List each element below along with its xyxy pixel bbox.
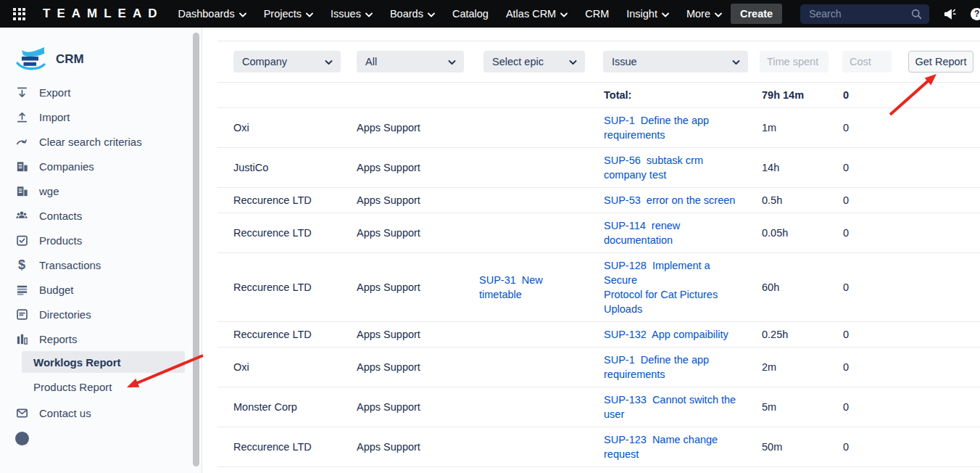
- nav-item-catalog[interactable]: Catalog: [444, 0, 497, 28]
- issue-link[interactable]: SUP-123 Name change request: [604, 434, 718, 460]
- worklog-row: Reccurence LTDApps SupportSUP-114 renew …: [217, 213, 980, 253]
- nav-item-issues[interactable]: Issues: [322, 0, 381, 28]
- project-cell: Apps Support: [341, 188, 463, 213]
- cost-cell: 0: [827, 347, 980, 387]
- reports-icon: [14, 332, 29, 346]
- epic-cell: [463, 347, 588, 387]
- worklog-row: OxiApps SupportSUP-1 Define the app requ…: [217, 108, 980, 148]
- sidebar-sections-list: CompanieswgeContactsProducts$Transaction…: [14, 154, 202, 351]
- directory-icon: [14, 308, 29, 321]
- sidebar-item-import[interactable]: Import: [14, 104, 202, 129]
- products-icon: [14, 234, 29, 247]
- project-filter-select[interactable]: All: [357, 51, 464, 73]
- search-box[interactable]: [800, 4, 929, 24]
- time-spent-cell: 2m: [746, 347, 827, 387]
- nav-item-more[interactable]: More: [678, 0, 731, 28]
- company-cell: Reccurence LTD: [217, 467, 341, 473]
- cost-cell: 0: [827, 322, 980, 347]
- announcement-icon[interactable]: [943, 7, 957, 21]
- epic-link[interactable]: SUP-31 New timetable: [479, 274, 546, 300]
- search-input[interactable]: [807, 7, 910, 20]
- epic-filter-select[interactable]: Select epic: [483, 51, 585, 73]
- cost-input[interactable]: [842, 51, 892, 73]
- issue-cell: SUP-132 App compaibility: [588, 467, 746, 473]
- sidebar-item-companies[interactable]: Companies: [14, 154, 202, 178]
- sidebar-item-label: Directories: [39, 308, 91, 321]
- sidebar-item-contacts[interactable]: Contacts: [14, 203, 202, 228]
- chevron-down-icon: [560, 12, 568, 17]
- project-cell: Apps Support: [341, 322, 463, 347]
- issue-link[interactable]: SUP-132 App compaibility: [604, 329, 728, 340]
- time-spent-cell: 0.25h: [746, 322, 827, 347]
- nav-item-crm[interactable]: CRM: [576, 0, 618, 28]
- worklogs-report-menu-item[interactable]: Worklogs Report: [22, 351, 185, 373]
- import-icon: [14, 110, 29, 124]
- nav-item-label: Projects: [264, 8, 302, 20]
- cost-cell: 0: [827, 253, 980, 322]
- sidebar-item-label: Budget: [39, 284, 74, 296]
- issue-link[interactable]: SUP-128 Implement a Secure Protocol for …: [604, 260, 718, 315]
- issue-link[interactable]: SUP-1 Define the app requirements: [604, 354, 709, 380]
- chevron-down-icon: [732, 59, 740, 65]
- get-report-button[interactable]: Get Report: [908, 51, 973, 73]
- sidebar-item-label: wge: [39, 185, 59, 197]
- brand-logo[interactable]: TEAMLEAD: [43, 7, 163, 21]
- chevron-down-icon: [662, 12, 669, 17]
- nav-item-label: Catalog: [452, 8, 489, 20]
- time-spent-input[interactable]: [760, 51, 829, 73]
- chevron-down-icon: [448, 59, 456, 65]
- sidebar-item-label: Contacts: [39, 210, 82, 222]
- sidebar-item-label: Reports: [39, 333, 78, 345]
- chevron-down-icon: [569, 59, 577, 65]
- issue-link[interactable]: SUP-114 renew documentation: [604, 220, 680, 246]
- epic-cell: [463, 427, 588, 467]
- app-switcher-grid-icon[interactable]: [13, 8, 25, 20]
- sidebar-item-directories[interactable]: Directories: [14, 302, 202, 326]
- issue-link[interactable]: SUP-1 Define the app requirements: [604, 115, 709, 141]
- sidebar-item-transactions[interactable]: $Transactions: [14, 252, 202, 277]
- nav-item-label: Dashboards: [178, 8, 234, 20]
- nav-item-label: CRM: [585, 8, 609, 20]
- issue-cell: SUP-128 Implement a Secure Protocol for …: [588, 253, 746, 322]
- time-spent-cell: 5m: [746, 387, 827, 427]
- sidebar-item-clear-search-criterias[interactable]: Clear search criterias: [14, 129, 202, 154]
- worklog-row: OxiApps SupportSUP-1 Define the app requ…: [217, 347, 980, 387]
- sidebar-item-label: Transactions: [39, 259, 101, 271]
- cut-off-menu-icon: [15, 432, 29, 445]
- chevron-down-icon: [306, 12, 313, 17]
- nav-item-atlas-crm[interactable]: Atlas CRM: [497, 0, 576, 28]
- sidebar-item-export[interactable]: Export: [14, 80, 202, 104]
- sidebar-item-budget[interactable]: Budget: [14, 277, 202, 302]
- epic-cell: [463, 213, 588, 253]
- nav-item-boards[interactable]: Boards: [381, 0, 444, 28]
- company-filter-select[interactable]: Company: [233, 51, 341, 73]
- create-button[interactable]: Create: [731, 4, 782, 24]
- sidebar-item-reports[interactable]: Reports: [14, 326, 202, 351]
- issue-link[interactable]: SUP-56 subtask crm company test: [604, 155, 703, 181]
- issue-link[interactable]: SUP-53 error on the screen: [604, 194, 735, 206]
- epic-cell: [463, 108, 588, 148]
- chevron-down-icon: [365, 12, 373, 17]
- nav-item-insight[interactable]: Insight: [618, 0, 678, 28]
- sidebar-item-label: Products: [39, 234, 82, 247]
- sidebar-item-wge[interactable]: wge: [14, 178, 202, 203]
- worklogs-report-table: Total: 79h 14m 0 OxiApps SupportSUP-1 De…: [217, 82, 980, 473]
- issue-cell: SUP-132 App compaibility: [588, 322, 746, 347]
- sidebar-actions-list: ExportImportClear search criterias: [14, 80, 202, 154]
- crm-cup-logo: [14, 46, 46, 73]
- epic-cell: SUP-31 New timetable: [463, 253, 588, 322]
- issue-filter-select[interactable]: Issue: [603, 51, 748, 73]
- sidebar-item-contact-us[interactable]: Contact us: [14, 400, 202, 425]
- issue-link[interactable]: SUP-133 Cannot switch the user: [604, 394, 736, 420]
- time-spent-cell: 0.05h: [746, 213, 827, 253]
- sidebar-scrollbar[interactable]: [193, 33, 199, 466]
- crm-app-header[interactable]: CRM: [14, 39, 202, 80]
- products-report-menu-item[interactable]: Products Report: [22, 376, 185, 398]
- help-icon[interactable]: ?: [971, 8, 980, 20]
- nav-item-projects[interactable]: Projects: [255, 0, 322, 28]
- sidebar-item-products[interactable]: Products: [14, 228, 202, 252]
- nav-item-dashboards[interactable]: Dashboards: [169, 0, 254, 28]
- issue-cell: SUP-53 error on the screen: [588, 188, 746, 213]
- top-navigation: TEAMLEAD DashboardsProjectsIssuesBoardsC…: [0, 0, 980, 28]
- epic-cell: [463, 322, 588, 347]
